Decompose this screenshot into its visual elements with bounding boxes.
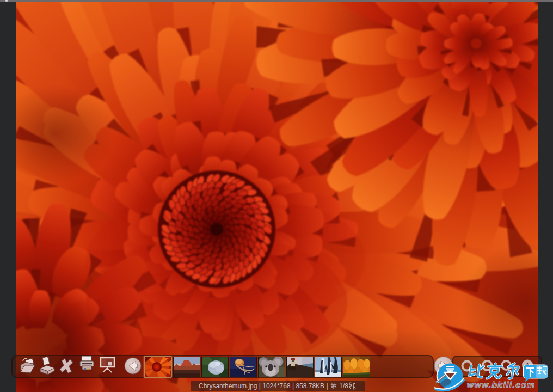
svg-text:www.bkill.com: www.bkill.com bbox=[467, 380, 535, 389]
